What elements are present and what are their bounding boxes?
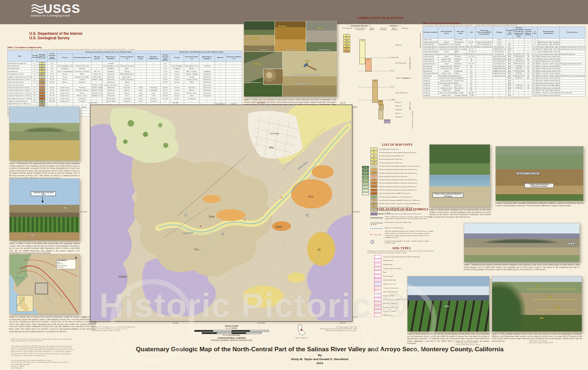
table-row: latest late Pleistocene — Qe — ——27,300 … <box>8 84 242 86</box>
corr-column-label: Basement <box>400 28 410 29</box>
publishing-credit: Publishing support provided by: Denver P… <box>456 340 511 352</box>
soil-label: Garey sandy loam <box>383 279 396 281</box>
table2-group2-text: Bedrock residual soils <box>419 33 421 48</box>
dept-usgs: U.S. Geological Survey <box>29 36 83 40</box>
department-lines: U.S. Department of the Interior U.S. Geo… <box>29 32 83 40</box>
map-tick: 121°37'30" <box>89 102 97 104</box>
lmu-unit-chip: Qpaf4 <box>370 178 377 181</box>
soil-chip <box>374 267 381 270</box>
soil-chip <box>374 271 381 274</box>
corr-epoch-label: early Pleistocene <box>395 92 408 94</box>
lmu-unit-chip: Qhc <box>370 158 377 161</box>
soil-chip <box>374 259 381 262</box>
authors: Emily M. Taylor and Donald S. Sweetkind <box>110 357 529 361</box>
osl-example-age: 1,850 ± 140 <box>373 234 381 236</box>
figure7-label: Qhay <box>568 242 574 245</box>
table-row: fine alluviumsedimentary rocksRinconRn—l… <box>423 65 585 68</box>
terrace-unit-chip: Qoa2 <box>362 179 369 182</box>
soil-label: Lockwood loam <box>383 295 394 297</box>
unit-chip: Qcb <box>39 62 45 64</box>
soil-chip <box>374 313 381 317</box>
figure7-treeline <box>475 238 567 243</box>
map-tick: 121°37'30" <box>89 322 97 324</box>
table-row: fine alluviumcalcareous shaleLinneLc—mid… <box>423 68 585 70</box>
figure1-caption: Figure 1. Photograph of the paleoerosion… <box>9 162 80 179</box>
lmu-unit-chip: Qcb <box>370 148 377 150</box>
map-location-block: MAP LOCATION <box>290 324 312 339</box>
map-location-label: MAP LOCATION <box>290 337 312 339</box>
symbol-label: Thrust fault—Sawteeth on upper plate <box>385 221 412 225</box>
table-row: residuumsandstone and shaleSan AndreasSn… <box>423 77 585 80</box>
corr-era-label: QUATERNARY <box>409 57 411 70</box>
figure3-caption: Figure 3. Where a splay of the Reliz fau… <box>9 242 80 254</box>
table-row: old gravelly alluviumgranitic rocksGlori… <box>423 72 585 75</box>
lmu-unit-label: Fluvial deposits (late Holocene) <box>379 158 402 160</box>
figure2-photo-2: Mollisols late Pleistocene <box>275 21 306 51</box>
scale-miles: 0 1 2 3 MILES <box>184 327 279 330</box>
table-row: residuumshale, calcareousSanta LuciaSl——… <box>423 80 585 82</box>
terrace-unit-chip: Qot3 <box>362 186 369 189</box>
soil-chip <box>374 302 381 305</box>
lmu-unit-chip: Qe <box>370 175 377 178</box>
geologic-map: 1 5 8 Qha Qhay QTpr Qe Tms KJf(sch) Qpaf… <box>90 105 352 322</box>
table-row: late middle Pleistocene (~200 ka) t12 Qp… <box>8 97 242 100</box>
map-sheet: { "header": { "logo": "USGS", "logo_tag"… <box>0 0 588 370</box>
unit-chip: Qhaf2 <box>39 81 45 83</box>
map-tick: 121°30' <box>173 322 179 324</box>
corr-unit-chip: Qhaf2 <box>343 50 350 53</box>
table-row: sandy alluviumgranitic rocksGareyGf—late… <box>423 60 585 63</box>
figure9-photo: Qpaf1 Qpaf2 Qpaf3 Qpa <box>492 276 582 332</box>
map-tick: 121°30' <box>173 102 179 104</box>
soil-chip <box>374 286 381 290</box>
figure6-label2: Tertiary marine sediments (Monterey Form… <box>524 183 554 188</box>
map-label-qtpr: QTpr <box>308 195 314 198</box>
unit-chip: Qpaf4 <box>39 87 45 89</box>
map-tick: 121°22'30" <box>257 102 265 104</box>
figure2-photo-1: Fluvents Holocene <box>244 21 275 51</box>
contact-line-icon <box>370 214 383 214</box>
scale-bar-km <box>202 332 261 334</box>
figure3-photo: Projected splay of the Reliz Fault Qha Q… <box>9 178 80 241</box>
terrace-chip-stack: Qoa6Qoa5Qoa4Qoa3Qoa2Qoa1Qot3Qot2Qot1 <box>362 166 370 196</box>
map-tick: 36°30' <box>82 106 86 108</box>
figure2-photo-5: Qhaf Bedrock (soils?) when farmed and ti… <box>283 52 337 97</box>
table-row: fine loamy alluviumsandstone and shaleSa… <box>423 48 585 51</box>
figure1-treeline <box>17 126 72 132</box>
symbol-river: Major rivers and drainages <box>370 227 435 229</box>
soil-row: Chamise loam <box>374 259 435 262</box>
fineprint-contact: For more information concerning this pub… <box>11 359 74 369</box>
lmu-unit-chip: Qhf <box>370 161 377 164</box>
lmu-unit-label: Fluvial deposits (latest Holocene) <box>379 155 404 157</box>
corr-age-tick: 774 ka <box>390 86 394 88</box>
figure6-label1: Lag gravel on strath surface <box>516 172 539 175</box>
symbol-label: Contact <box>385 212 390 214</box>
soil-label: Psamments (Fluvents) <box>383 306 399 308</box>
unit-chip: Qpaf3 <box>39 89 45 91</box>
corr-column-label: Terrestrial sediments <box>378 28 389 31</box>
soils-note: [Soil types were identified using the so… <box>368 250 435 254</box>
corr-age-tick: 2,588 ka <box>390 99 395 101</box>
t1-h-terrace: Terrace (number) <box>32 51 37 62</box>
terrace-unit-chip: Qot1 <box>362 192 369 195</box>
figure2-inset-gravel <box>263 69 283 85</box>
lmu-unit-label: Fluvial and alluvial deposits (early lat… <box>379 189 417 191</box>
figure4-expl-county: County line <box>57 266 75 268</box>
figure9-label3: Qpaf3 <box>555 306 560 308</box>
figure9-terrace-line2 <box>533 299 577 300</box>
corr-epoch-label: Pleistocene <box>404 77 412 79</box>
corr-rule-3 <box>359 87 390 87</box>
figure4-bay-label: Monterey Bay <box>15 277 24 279</box>
figure2-panel: Fluvents Holocene Mollisols late Pleisto… <box>244 21 336 110</box>
map-tick: 121°22'30" <box>257 322 265 324</box>
soil-chip <box>374 263 381 266</box>
table-row: latest Holocene t2 Qhf1 3–6 floodplainFl… <box>8 67 242 70</box>
corr-group-bedrock: —— BEDROCK —— <box>378 25 410 27</box>
table2-footnote: ¹Soil series names from Cook (1978); NRC… <box>423 97 585 99</box>
soil-chip <box>374 255 381 258</box>
publishing-support: Publishing support provided by: Denver P… <box>456 342 511 345</box>
lmu-unit-label: Fluvial and alluvial deposits (middle to… <box>379 165 420 167</box>
corr-unit-chip: Qha <box>343 37 350 39</box>
symbols-title: EXPLANATION OF MAP SYMBOLS <box>370 208 435 211</box>
unit-chip: Qhf1 <box>39 68 45 70</box>
figure1-photo <box>9 106 80 161</box>
